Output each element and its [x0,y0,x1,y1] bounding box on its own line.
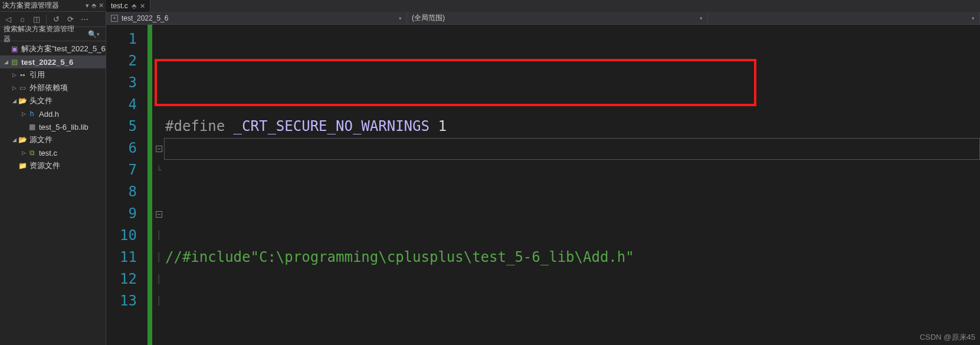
current-line-highlight [164,138,980,160]
collapse-icon[interactable]: ◢ [2,59,9,65]
editor-tabs-bar: test.c ⬘ ✕ [106,0,980,12]
solution-search-row[interactable]: 搜索解决方案资源管理器 🔍 ▾ [0,27,106,41]
tab-test-c[interactable]: test.c ⬘ ✕ [106,0,150,12]
nav-scope-dropdown[interactable]: (全局范围) ▾ [407,12,708,24]
change-margin [148,25,152,345]
folder-icon: 📁 [18,162,27,170]
refresh-icon[interactable]: ⟳ [65,15,75,24]
tree-resources-folder[interactable]: 📁 资源文件 [0,159,106,172]
tree-sources-folder[interactable]: ◢ 📂 源文件 [0,133,106,146]
back-icon[interactable]: ◁ [4,15,13,24]
expand-icon[interactable]: ▷ [20,111,27,117]
folder-open-icon: 📂 [18,97,27,105]
code-content[interactable]: #define _CRT_SECURE_NO_WARNINGS 1 //#inc… [165,25,980,345]
editor-area: + test_2022_5_6 ▾ (全局范围) ▾ ▾ 1 2 3 4 5 6… [106,12,980,345]
tree-project[interactable]: ◢ ▤ test_2022_5_6 [0,55,106,68]
nav-project-dropdown[interactable]: + test_2022_5_6 ▾ [106,12,407,24]
chevron-down-icon: ▾ [972,15,975,21]
pin-icon[interactable]: ⬘ [91,2,96,9]
chevron-down-icon: ▾ [700,15,703,21]
watermark: CSDN @原来45 [920,332,975,343]
solution-tree: ▣ 解决方案"test_2022_5_6 ◢ ▤ test_2022_5_6 ▷… [0,41,106,345]
tab-label: test.c [111,2,128,10]
tree-headers-folder[interactable]: ◢ 📂 头文件 [0,94,106,107]
c-file-icon: ⧉ [27,149,37,157]
fold-toggle-icon[interactable]: − [156,211,162,218]
tree-add-h[interactable]: ▷ h Add.h [0,107,106,120]
divider [46,15,47,24]
h-file-icon: h [27,110,37,118]
external-icon: ▭ [18,84,27,92]
panel-title: 决方案资源管理器 [2,1,59,11]
fold-column: − └ − ││││ [152,25,165,345]
search-dropdown-icon[interactable]: ▾ [97,31,100,37]
folder-open-icon: 📂 [18,136,27,144]
solution-explorer-panel: ◁ ⌂ ◫ ↺ ⟳ ⋯ 搜索解决方案资源管理器 🔍 ▾ ▣ 解决方案"test_… [0,12,106,345]
expand-icon[interactable]: ▷ [11,72,18,78]
close-panel-icon[interactable]: ✕ [99,2,104,9]
solution-icon: ▣ [9,45,19,53]
references-icon: ▪▪ [18,71,27,79]
tree-lib-file[interactable]: ▦ test_5-6_lib.lib [0,120,106,133]
tree-test-c[interactable]: ▷ ⧉ test.c [0,146,106,159]
line-number-gutter: 1 2 3 4 5 6 7 8 9 10 11 12 13 [106,25,148,345]
home-icon[interactable]: ⌂ [18,15,27,24]
history-icon[interactable]: ↺ [51,15,61,24]
nav-member-dropdown[interactable]: ▾ [708,12,980,24]
project-icon: ▤ [9,58,19,66]
fold-toggle-icon[interactable]: − [156,146,162,152]
search-icon[interactable]: 🔍 [88,30,97,38]
lib-file-icon: ▦ [27,123,37,131]
pin-tab-icon[interactable]: ⬘ [132,2,136,10]
annotation-highlight [155,59,756,106]
close-tab-icon[interactable]: ✕ [140,2,145,10]
collapse-icon[interactable]: ◢ [11,98,18,104]
tree-solution[interactable]: ▣ 解决方案"test_2022_5_6 [0,42,106,55]
tree-references[interactable]: ▷ ▪▪ 引用 [0,68,106,81]
solution-explorer-title-bar: 决方案资源管理器 ▾ ⬘ ✕ [0,0,106,12]
switch-views-icon[interactable]: ◫ [32,15,41,24]
dropdown-icon[interactable]: ▾ [86,2,89,9]
nav-bar: + test_2022_5_6 ▾ (全局范围) ▾ ▾ [106,12,980,25]
code-editor[interactable]: 1 2 3 4 5 6 7 8 9 10 11 12 13 − └ − [106,25,980,345]
more-icon[interactable]: ⋯ [80,15,89,24]
chevron-down-icon: ▾ [399,15,402,21]
tree-external-deps[interactable]: ▷ ▭ 外部依赖项 [0,81,106,94]
collapse-icon[interactable]: ◢ [11,137,18,143]
expand-icon[interactable]: ▷ [20,150,27,156]
expand-icon[interactable]: ▷ [11,85,18,91]
project-square-icon: + [111,15,118,22]
